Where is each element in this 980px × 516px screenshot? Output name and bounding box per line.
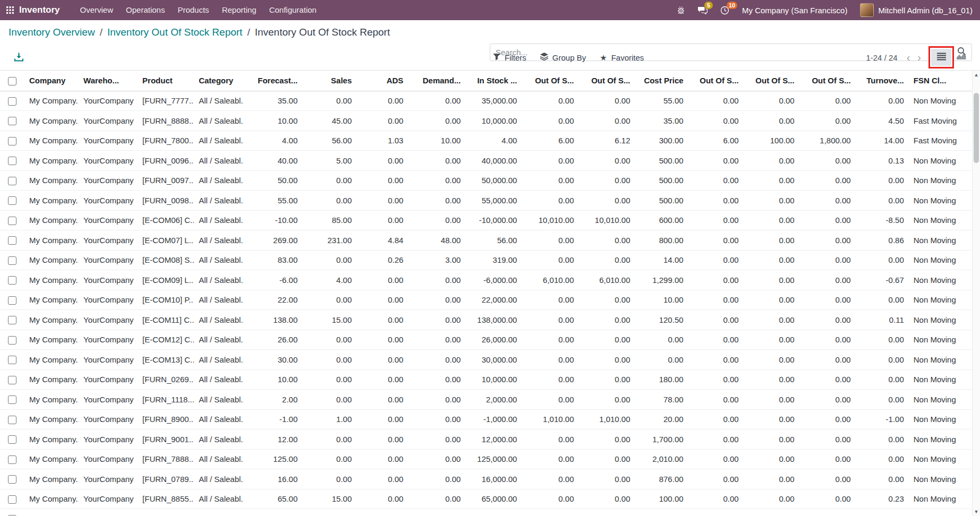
list-view-button[interactable]	[931, 49, 951, 66]
column-header-out-of-stock-1[interactable]: Out Of S...	[522, 71, 578, 91]
cell-out-of-stock-5[interactable]: 0.00	[799, 390, 856, 410]
cell-sales[interactable]: 0.00	[302, 469, 356, 489]
cell-product[interactable]: [FURN_8888...	[138, 111, 194, 131]
cell-out-of-stock-5[interactable]: 0.00	[799, 230, 856, 251]
cell-in-stock-value[interactable]: 10,000.00	[465, 111, 522, 131]
cell-warehouse[interactable]: YourCompany	[79, 310, 138, 330]
cell-product[interactable]: [FURN_1118...	[138, 390, 194, 410]
cell-turnover-ratio[interactable]: 4.50	[856, 111, 909, 131]
cell-out-of-stock-4[interactable]: 0.00	[744, 250, 799, 270]
cell-ads[interactable]: 0.00	[356, 191, 408, 211]
cell-out-of-stock-1[interactable]: 0.00	[522, 469, 578, 489]
cell-out-of-stock-4[interactable]: 0.00	[744, 310, 799, 330]
cell-warehouse[interactable]: YourCompany	[79, 489, 138, 509]
cell-out-of-stock-5[interactable]: 0.00	[799, 250, 856, 270]
cell-out-of-stock-1[interactable]: 0.00	[522, 390, 578, 410]
cell-category[interactable]: All / Saleabl...	[194, 191, 244, 211]
cell-out-of-stock-4[interactable]: 0.00	[744, 170, 799, 191]
cell-out-of-stock-2[interactable]: 0.00	[578, 330, 635, 350]
cell-out-of-stock-1[interactable]: 0.00	[522, 290, 578, 310]
cell-category[interactable]: All / Saleabl...	[194, 489, 244, 509]
cell-product[interactable]: [FURN_0096...	[138, 151, 194, 171]
cell-category[interactable]: All / Saleabl...	[194, 469, 244, 489]
row-checkbox[interactable]	[8, 416, 16, 424]
cell-forecasted-qty[interactable]: 65.00	[244, 489, 302, 509]
cell-out-of-stock-2[interactable]: 0.00	[578, 151, 635, 171]
cell-ads[interactable]: 4.84	[356, 230, 408, 251]
column-header-forecasted-qty[interactable]: Forecast...	[244, 71, 302, 91]
cell-cost-price[interactable]: 800.00	[635, 230, 688, 251]
cell-out-of-stock-5[interactable]: 0.00	[799, 111, 856, 131]
cell-out-of-stock-3[interactable]: 0.00	[688, 409, 744, 429]
cell-out-of-stock-2[interactable]: 0.00	[578, 429, 635, 450]
row-checkbox[interactable]	[8, 376, 16, 384]
breadcrumb-link-overview[interactable]: Inventory Overview	[8, 27, 95, 38]
cell-company[interactable]: My Company...	[24, 390, 79, 410]
cell-category[interactable]: All / Saleabl...	[194, 210, 244, 230]
cell-ads[interactable]: 1.03	[356, 131, 408, 151]
cell-company[interactable]: My Company...	[24, 230, 79, 251]
cell-out-of-stock-1[interactable]: 0.00	[522, 429, 578, 450]
cell-out-of-stock-4[interactable]: 0.00	[744, 210, 799, 230]
column-header-fsn-classification[interactable]: FSN Cl...	[909, 71, 972, 91]
cell-in-stock-value[interactable]: 35,000.00	[465, 91, 522, 111]
column-header-sales[interactable]: Sales	[302, 71, 356, 91]
cell-out-of-stock-5[interactable]: 0.00	[799, 330, 856, 350]
cell-out-of-stock-1[interactable]: 0.00	[522, 170, 578, 191]
cell-out-of-stock-2[interactable]: 10,010.00	[578, 210, 635, 230]
cell-out-of-stock-1[interactable]: 0.00	[522, 230, 578, 251]
cell-ads[interactable]: 0.00	[356, 350, 408, 370]
cell-out-of-stock-5[interactable]: 0.00	[799, 310, 856, 330]
cell-forecasted-qty[interactable]: 16.00	[244, 469, 302, 489]
cell-sales[interactable]: 0.00	[302, 369, 356, 390]
cell-warehouse[interactable]: YourCompany	[79, 210, 138, 230]
cell-sales[interactable]: 0.00	[302, 330, 356, 350]
cell-out-of-stock-1[interactable]: 0.00	[522, 91, 578, 111]
cell-warehouse[interactable]: YourCompany	[79, 449, 138, 469]
cell-fsn-classification[interactable]: Non Moving	[909, 250, 972, 270]
cell-warehouse[interactable]: YourCompany	[79, 250, 138, 270]
cell-out-of-stock-3[interactable]: 6.00	[688, 131, 744, 151]
cell-cost-price[interactable]: 100.00	[635, 489, 688, 509]
cell-out-of-stock-3[interactable]: 0.00	[688, 390, 744, 410]
cell-sales[interactable]: 231.00	[302, 230, 356, 251]
cell-forecasted-qty[interactable]: 55.00	[244, 191, 302, 211]
cell-demand[interactable]: 48.00	[408, 230, 465, 251]
cell-turnover-ratio[interactable]: 0.00	[856, 390, 909, 410]
cell-category[interactable]: All / Saleabl...	[194, 449, 244, 469]
cell-warehouse[interactable]: YourCompany	[79, 91, 138, 111]
cell-warehouse[interactable]: YourCompany	[79, 330, 138, 350]
menu-reporting[interactable]: Reporting	[216, 0, 263, 20]
cell-company[interactable]: My Company...	[24, 369, 79, 390]
row-checkbox[interactable]	[8, 117, 16, 125]
cell-ads[interactable]: 0.00	[356, 409, 408, 429]
cell-ads[interactable]: 0.00	[356, 151, 408, 171]
cell-forecasted-qty[interactable]: 30.00	[244, 350, 302, 370]
cell-category[interactable]: All / Saleabl...	[194, 409, 244, 429]
cell-fsn-classification[interactable]: Non Moving	[909, 310, 972, 330]
graph-view-button[interactable]	[951, 49, 972, 66]
cell-out-of-stock-1[interactable]: 0.00	[522, 250, 578, 270]
column-header-in-stock-value[interactable]: In Stock ...	[465, 71, 522, 91]
cell-demand[interactable]: 0.00	[408, 330, 465, 350]
table-row[interactable]: My Company...YourCompany[FURN_9001...All…	[0, 429, 972, 450]
cell-ads[interactable]: 0.00	[356, 429, 408, 450]
table-row[interactable]: My Company...YourCompany[FURN_0098...All…	[0, 191, 972, 211]
row-checkbox[interactable]	[8, 97, 16, 106]
table-row[interactable]: My Company...YourCompany[FURN_0096...All…	[0, 151, 972, 171]
cell-category[interactable]: All / Saleabl...	[194, 509, 244, 516]
cell-product[interactable]: [FURN_0097...	[138, 170, 194, 191]
cell-out-of-stock-4[interactable]: 0.00	[744, 429, 799, 450]
cell-in-stock-value[interactable]: -6,000.00	[465, 270, 522, 290]
cell-in-stock-value[interactable]: 56.00	[465, 230, 522, 251]
cell-out-of-stock-1[interactable]: 0.00	[522, 111, 578, 131]
cell-out-of-stock-2[interactable]: 0.00	[578, 170, 635, 191]
cell-warehouse[interactable]: YourCompany	[79, 509, 138, 516]
cell-fsn-classification[interactable]: Non Moving	[909, 350, 972, 370]
cell-turnover-ratio[interactable]: 0.23	[856, 489, 909, 509]
menu-operations[interactable]: Operations	[120, 0, 171, 20]
cell-out-of-stock-2[interactable]	[578, 509, 635, 516]
cell-cost-price[interactable]: 14.00	[635, 250, 688, 270]
cell-demand[interactable]	[408, 509, 465, 516]
cell-warehouse[interactable]: YourCompany	[79, 429, 138, 450]
